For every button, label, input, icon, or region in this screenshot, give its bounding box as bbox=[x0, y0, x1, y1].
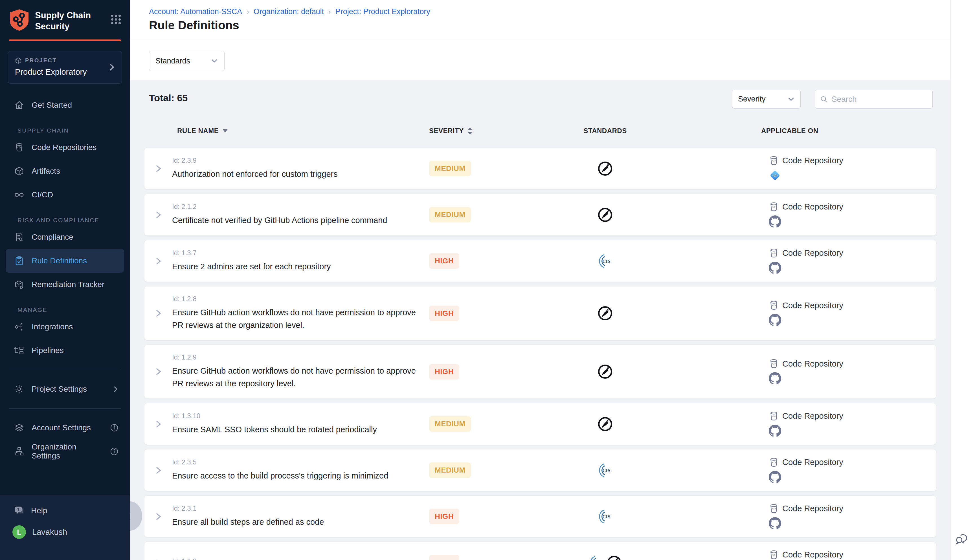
table-row[interactable]: Id: 1.2.9 Ensure GitHub action workflows… bbox=[144, 345, 936, 398]
owasp-standard-icon bbox=[598, 364, 613, 379]
sidebar-item-account-settings[interactable]: Account Settings bbox=[0, 416, 130, 440]
gear-icon bbox=[14, 384, 24, 394]
code-repository-icon: </> bbox=[769, 156, 779, 166]
rule-id: Id: 2.3.5 bbox=[172, 458, 421, 466]
standards-icons: CIS bbox=[548, 496, 663, 537]
table-row[interactable]: Id: 2.3.9 Authorization not enforced for… bbox=[144, 148, 936, 189]
code-repository-icon: </> bbox=[769, 550, 779, 560]
github-icon bbox=[769, 314, 781, 326]
severity-filter-dropdown[interactable]: Severity bbox=[732, 90, 801, 108]
breadcrumb: Account: Automation-SSCA › Organization:… bbox=[149, 7, 430, 16]
severity-badge: MEDIUM bbox=[429, 416, 471, 432]
info-icon[interactable] bbox=[110, 423, 119, 432]
remediation-box-icon bbox=[14, 280, 24, 290]
sidebar: Supply Chain Security PROJECT Product Ex… bbox=[0, 0, 130, 560]
header-divider bbox=[130, 40, 975, 40]
row-expand-chevron[interactable] bbox=[154, 256, 163, 266]
table-row[interactable]: Id: 1.3.10 Ensure SAML SSO tokens should… bbox=[144, 403, 936, 445]
rules-list: Id: 2.3.9 Authorization not enforced for… bbox=[144, 148, 936, 560]
applicable-on-label: Code Repository bbox=[782, 156, 843, 165]
row-expand-chevron[interactable] bbox=[154, 465, 163, 475]
standards-icons bbox=[548, 403, 663, 445]
app-grid-icon[interactable] bbox=[110, 13, 122, 25]
main-content: Account: Automation-SSCA › Organization:… bbox=[130, 0, 975, 560]
github-icon bbox=[769, 215, 781, 228]
search-icon bbox=[820, 95, 828, 103]
rule-id: Id: 1.2.8 bbox=[172, 295, 421, 303]
avatar: L bbox=[12, 525, 26, 539]
svg-text:</>: </> bbox=[772, 362, 776, 365]
table-row[interactable]: Id: 1.2.8 Ensure GitHub action workflows… bbox=[144, 287, 936, 340]
breadcrumb-separator: › bbox=[328, 7, 331, 16]
artifact-cube-icon bbox=[14, 166, 24, 176]
sidebar-item-code-repositories[interactable]: </> Code Repositories bbox=[0, 136, 130, 159]
svg-text:CIS: CIS bbox=[602, 514, 610, 519]
applicable-on-label: Code Repository bbox=[782, 301, 843, 310]
sidebar-item-artifacts[interactable]: Artifacts bbox=[0, 159, 130, 183]
sidebar-nav: Get Started SUPPLY CHAIN </> Code Reposi… bbox=[0, 93, 130, 463]
sidebar-item-cicd[interactable]: CI/CD bbox=[0, 183, 130, 207]
table-row[interactable]: Id: 2.1.2 Certificate not verified by Gi… bbox=[144, 194, 936, 235]
app-title: Supply Chain Security bbox=[35, 10, 110, 32]
sidebar-item-pipelines[interactable]: Pipelines bbox=[0, 338, 130, 362]
sidebar-item-get-started[interactable]: Get Started bbox=[0, 93, 130, 117]
search-input[interactable] bbox=[832, 95, 927, 104]
code-repository-icon: </> bbox=[769, 457, 779, 468]
compliance-doc-icon bbox=[14, 232, 24, 242]
cis-standard-icon: CIS bbox=[598, 253, 613, 269]
standards-icons bbox=[548, 287, 663, 340]
applicable-on-label: Code Repository bbox=[782, 248, 843, 258]
sidebar-item-organization-settings[interactable]: Organization Settings bbox=[0, 440, 130, 463]
github-icon bbox=[769, 517, 781, 530]
breadcrumb-account[interactable]: Account: Automation-SSCA bbox=[149, 7, 242, 16]
chevron-right-icon bbox=[113, 385, 119, 393]
project-label: PROJECT bbox=[25, 57, 57, 64]
sidebar-item-integrations[interactable]: Integrations bbox=[0, 315, 130, 338]
applicable-on-label: Code Repository bbox=[782, 550, 843, 560]
table-row[interactable]: Id: 1.3.7 Ensure 2 admins are set for ea… bbox=[144, 240, 936, 282]
help-button[interactable]: ? Help bbox=[0, 495, 130, 516]
user-menu[interactable]: L Lavakush bbox=[0, 516, 130, 539]
standards-icons: CIS bbox=[548, 450, 663, 491]
project-cube-icon bbox=[15, 57, 22, 64]
sidebar-item-rule-definitions[interactable]: Rule Definitions bbox=[6, 249, 124, 273]
severity-badge: HIGH bbox=[429, 364, 459, 380]
row-expand-chevron[interactable] bbox=[154, 164, 163, 173]
sidebar-section-manage: MANAGE bbox=[17, 307, 130, 313]
row-expand-chevron[interactable] bbox=[154, 367, 163, 377]
right-rail bbox=[950, 0, 975, 560]
github-icon bbox=[769, 372, 781, 385]
row-expand-chevron[interactable] bbox=[154, 308, 163, 318]
breadcrumb-project[interactable]: Project: Product Exploratory bbox=[336, 7, 430, 16]
row-expand-chevron[interactable] bbox=[154, 558, 163, 560]
breadcrumb-organization[interactable]: Organization: default bbox=[254, 7, 324, 16]
standards-icons bbox=[548, 148, 663, 189]
owasp-standard-icon bbox=[598, 306, 613, 321]
row-expand-chevron[interactable] bbox=[154, 210, 163, 220]
svg-text:CIS: CIS bbox=[602, 468, 610, 473]
applicable-on-label: Code Repository bbox=[782, 359, 843, 368]
code-repository-icon: </> bbox=[769, 248, 779, 258]
sidebar-item-remediation-tracker[interactable]: Remediation Tracker bbox=[0, 273, 130, 297]
rule-id: Id: 1.2.9 bbox=[172, 353, 421, 361]
sidebar-item-compliance[interactable]: Compliance bbox=[0, 225, 130, 249]
sidebar-item-project-settings[interactable]: Project Settings bbox=[0, 377, 130, 401]
rule-id: Id: 2.3.9 bbox=[172, 157, 421, 164]
info-icon[interactable] bbox=[110, 447, 119, 456]
table-row[interactable]: Id: 1.1.9 HIGH CIS </> Code Repository bbox=[144, 542, 936, 560]
column-severity[interactable]: SEVERITY bbox=[429, 127, 548, 135]
code-repository-bucket-icon: </> bbox=[14, 142, 24, 153]
row-expand-chevron[interactable] bbox=[154, 512, 163, 522]
row-expand-chevron[interactable] bbox=[154, 419, 163, 429]
column-standards: STANDARDS bbox=[548, 127, 663, 135]
severity-badge: MEDIUM bbox=[429, 207, 471, 222]
table-row[interactable]: Id: 2.3.1 Ensure all build steps are def… bbox=[144, 496, 936, 537]
table-row[interactable]: Id: 2.3.5 Ensure access to the build pro… bbox=[144, 450, 936, 491]
svg-text:CIS: CIS bbox=[602, 258, 610, 264]
project-selector[interactable]: PROJECT Product Exploratory bbox=[8, 51, 122, 84]
rule-name: Ensure 2 admins are set for each reposit… bbox=[172, 260, 421, 273]
rule-name: Ensure access to the build process's tri… bbox=[172, 470, 421, 482]
standards-filter-dropdown[interactable]: Standards bbox=[149, 51, 225, 71]
chat-support-icon[interactable] bbox=[954, 531, 970, 547]
column-rule-name[interactable]: RULE NAME bbox=[172, 127, 429, 135]
